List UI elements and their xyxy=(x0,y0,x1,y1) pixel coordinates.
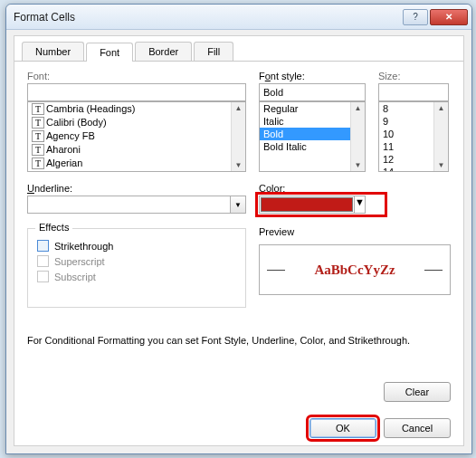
list-item: Bold xyxy=(260,128,365,140)
effects-legend: Effects xyxy=(35,222,72,233)
info-text: For Conditional Formatting you can set F… xyxy=(27,335,451,346)
preview-sample: AaBbCcYyZz xyxy=(314,262,395,278)
size-label: Size: xyxy=(378,71,449,81)
list-item: TAlgerian xyxy=(28,157,245,170)
underline-label: Underline: xyxy=(27,183,246,194)
checkbox-icon xyxy=(37,271,49,282)
scrollbar[interactable]: ▲▼ xyxy=(433,102,448,171)
color-picker[interactable]: ▼ xyxy=(259,196,366,214)
size-input[interactable] xyxy=(378,83,449,101)
cancel-button[interactable]: Cancel xyxy=(384,418,451,438)
list-item: TAgency FB xyxy=(28,129,245,143)
window-title: Format Cells xyxy=(14,11,75,24)
format-cells-dialog: Format Cells ? ✕ Number Font Border Fill… xyxy=(5,4,472,454)
scrollbar[interactable]: ▲▼ xyxy=(231,102,245,171)
chevron-down-icon: ▼ xyxy=(354,196,365,213)
checkbox-icon xyxy=(37,240,49,252)
list-item: TAndalus xyxy=(28,170,245,172)
checkbox-icon xyxy=(37,255,49,267)
font-label: Font: xyxy=(27,71,246,81)
clear-button[interactable]: Clear xyxy=(384,382,451,402)
superscript-checkbox: Superscript xyxy=(37,255,236,267)
effects-group: Effects Strikethrough Superscript Subscr… xyxy=(27,228,246,308)
scrollbar[interactable]: ▲▼ xyxy=(350,102,365,171)
subscript-checkbox: Subscript xyxy=(37,271,236,282)
tab-font[interactable]: Font xyxy=(86,43,133,62)
font-input[interactable] xyxy=(27,83,246,101)
tab-number[interactable]: Number xyxy=(22,42,84,61)
close-button[interactable]: ✕ xyxy=(430,9,468,25)
font-list[interactable]: TCambria (Headings) TCalibri (Body) TAge… xyxy=(27,101,246,172)
fontstyle-list[interactable]: Regular Italic Bold Bold Italic ▲▼ xyxy=(259,101,366,172)
strikethrough-checkbox[interactable]: Strikethrough xyxy=(37,240,236,252)
preview-area: AaBbCcYyZz xyxy=(259,244,451,295)
color-label: Color: xyxy=(259,183,384,194)
underline-combo[interactable]: ▼ xyxy=(27,196,246,214)
list-item: Regular xyxy=(260,102,365,115)
list-item: Italic xyxy=(260,115,365,128)
list-item: TCalibri (Body) xyxy=(28,116,245,129)
chevron-down-icon: ▼ xyxy=(230,196,246,214)
tab-border[interactable]: Border xyxy=(135,42,192,61)
preview-label: Preview xyxy=(259,226,451,237)
fontstyle-input[interactable] xyxy=(259,83,366,101)
help-button[interactable]: ? xyxy=(403,9,428,25)
list-item: Bold Italic xyxy=(260,140,365,153)
size-list[interactable]: 8 9 10 11 12 14 ▲▼ xyxy=(378,101,449,172)
tab-fill[interactable]: Fill xyxy=(194,42,233,61)
dialog-body: Number Font Border Fill Font: TCambria (… xyxy=(14,35,464,446)
fontstyle-label: Font style: xyxy=(259,71,366,81)
ok-button[interactable]: OK xyxy=(309,418,376,438)
color-swatch xyxy=(261,197,353,212)
list-item: TAharoni xyxy=(28,143,245,157)
title-bar[interactable]: Format Cells ? ✕ xyxy=(6,5,471,30)
tab-strip: Number Font Border Fill xyxy=(14,36,463,62)
list-item: TCambria (Headings) xyxy=(28,102,245,116)
